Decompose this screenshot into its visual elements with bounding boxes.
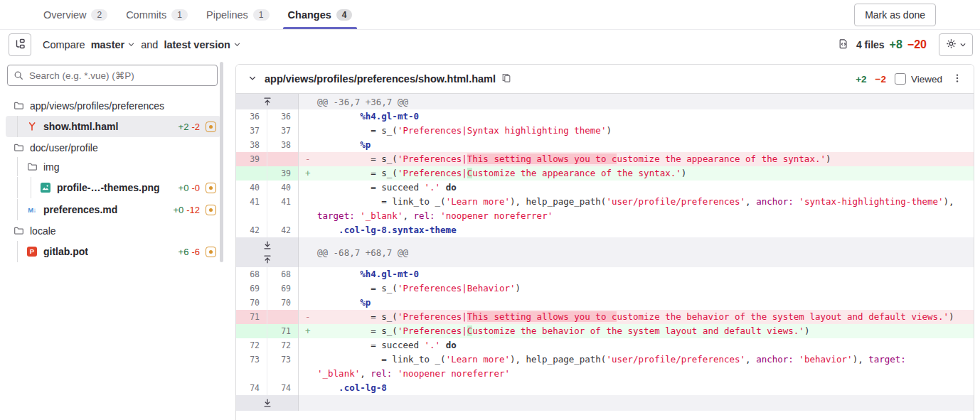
- folder-open-icon: [13, 225, 24, 236]
- new-line-number[interactable]: 68: [267, 267, 299, 281]
- tree-file-show-html-haml[interactable]: show.html.haml+2-2: [6, 116, 220, 137]
- old-line-number[interactable]: 68: [236, 267, 267, 281]
- total-deletions: −20: [907, 38, 927, 51]
- old-line-number[interactable]: 42: [236, 223, 267, 237]
- new-line-number[interactable]: 72: [267, 338, 299, 352]
- file-tree: app/views/profiles/preferencesshow.html.…: [6, 96, 220, 262]
- tree-file-gitlab-pot[interactable]: Pgitlab.pot+6-6: [6, 241, 220, 262]
- sidebar-scrollbar[interactable]: [220, 62, 223, 262]
- diff-code-cell: %h4.gl-mt-0: [299, 267, 974, 281]
- diff-code-cell: %p: [299, 296, 974, 310]
- copy-path-button[interactable]: [501, 72, 511, 85]
- diff-line-del: 71- = s_('Preferences|This setting allow…: [236, 310, 974, 324]
- tab-count-badge: 1: [171, 9, 188, 21]
- old-line-number[interactable]: 72: [236, 338, 267, 352]
- tree-file-profile-themes-png[interactable]: profile-…-themes.png+0-0: [6, 177, 220, 198]
- new-line-number[interactable]: 36: [267, 109, 299, 124]
- new-line-number[interactable]: 38: [267, 138, 299, 152]
- new-line-number[interactable]: 73: [267, 352, 299, 381]
- file-change-stats: +6-6: [179, 247, 200, 257]
- tree-item-label: locale: [30, 225, 56, 237]
- code-token: %h4.gl-mt-0: [360, 111, 419, 122]
- expand-up-button[interactable]: [236, 252, 298, 266]
- tree-folder-img[interactable]: img: [6, 157, 220, 176]
- diff-line-ctx: 4242 .col-lg-8.syntax-theme: [236, 223, 974, 237]
- old-line-number[interactable]: 36: [236, 109, 267, 124]
- collapse-diff-button[interactable]: [243, 70, 262, 88]
- code-token: ustomize the appearance of the syntax.': [617, 154, 826, 164]
- new-line-number[interactable]: 69: [267, 281, 299, 296]
- tab-changes[interactable]: Changes4: [279, 0, 362, 29]
- old-line-number[interactable]: 39: [236, 152, 267, 166]
- file-search-input[interactable]: [7, 65, 218, 86]
- code-token: 'syntax-highlighting-theme': [799, 196, 943, 207]
- new-line-number[interactable]: [267, 310, 299, 324]
- diff-file-panel: app/views/profiles/preferences/show.html…: [235, 64, 974, 420]
- new-line-number[interactable]: 74: [267, 381, 299, 395]
- new-line-number[interactable]: 40: [267, 181, 299, 195]
- haml-file-icon: [26, 122, 38, 131]
- tree-folder-locale[interactable]: locale: [6, 221, 220, 240]
- code-token: ,: [745, 196, 756, 207]
- diff-line-ctx: 6868 %h4.gl-mt-0: [236, 267, 974, 281]
- code-token: 'noopener noreferrer': [398, 368, 510, 379]
- copy-icon: [501, 72, 511, 85]
- expand-down-button[interactable]: [236, 238, 298, 252]
- diff-line-add: 39+ = s_('Preferences|Customize the appe…: [236, 166, 974, 181]
- tab-pipelines[interactable]: Pipelines1: [197, 0, 279, 29]
- badge-dot: [209, 250, 213, 254]
- old-line-number[interactable]: 73: [236, 352, 267, 381]
- folder-open-icon: [26, 161, 38, 172]
- code-token: = s_(: [317, 311, 398, 322]
- old-line-number[interactable]: 71: [236, 310, 267, 324]
- old-line-number[interactable]: 41: [236, 195, 267, 223]
- new-line-number[interactable]: [267, 152, 299, 166]
- new-line-number[interactable]: 37: [267, 124, 299, 138]
- old-line-number[interactable]: 74: [236, 381, 267, 395]
- code-token: [317, 225, 339, 235]
- old-line-number[interactable]: 40: [236, 181, 267, 195]
- new-line-number[interactable]: 41: [267, 195, 299, 223]
- folder-open-icon: [13, 142, 24, 153]
- diff-code-cell: = link_to _('Learn more'), help_page_pat…: [299, 195, 974, 223]
- new-line-number[interactable]: 42: [267, 223, 299, 237]
- diff-sign: -: [305, 152, 311, 166]
- diff-code-cell: = s_('Preferences|Behavior'): [299, 281, 974, 296]
- chevron-down-icon: [959, 40, 966, 50]
- code-token: [317, 269, 360, 279]
- diff-settings-button[interactable]: [939, 33, 973, 56]
- conjunction-label: and: [141, 39, 158, 50]
- tree-guide-line: [17, 157, 18, 176]
- old-line-number[interactable]: 38: [236, 138, 267, 152]
- expand-down-button[interactable]: [236, 396, 298, 410]
- target-version-dropdown[interactable]: latest version: [164, 39, 241, 50]
- viewed-control: Viewed: [895, 73, 942, 85]
- tab-commits[interactable]: Commits1: [117, 0, 197, 29]
- old-line-number[interactable]: [236, 166, 267, 181]
- tree-folder-doc-user-profile[interactable]: doc/user/profile: [6, 138, 220, 157]
- old-line-number[interactable]: 37: [236, 124, 267, 138]
- tab-overview[interactable]: Overview2: [34, 0, 117, 29]
- source-branch-dropdown[interactable]: master: [91, 39, 136, 50]
- tree-folder-app-views-profiles-preferences[interactable]: app/views/profiles/preferences: [6, 96, 220, 115]
- old-line-number[interactable]: 70: [236, 296, 267, 310]
- new-line-number[interactable]: 71: [267, 324, 299, 338]
- file-document-icon: [838, 38, 848, 52]
- tabs-nav: Overview2Commits1Pipelines1Changes4: [34, 0, 361, 29]
- file-tree-toggle-button[interactable]: [9, 33, 31, 56]
- diff-options-menu-button[interactable]: [951, 71, 964, 87]
- old-line-number[interactable]: 69: [236, 281, 267, 296]
- new-line-number[interactable]: 70: [267, 296, 299, 310]
- tree-file-preferences-md[interactable]: M↓preferences.md+0-12: [6, 199, 220, 220]
- code-token: This setting allows you to c: [467, 311, 617, 322]
- mark-as-done-button[interactable]: Mark as done: [854, 4, 936, 26]
- code-token: ): [606, 125, 612, 136]
- code-token: [317, 111, 360, 122]
- diff-code-cell: - = s_('Preferences|This setting allows …: [299, 152, 974, 166]
- old-line-number[interactable]: [236, 324, 267, 338]
- diff-line-ctx: 3838 %p: [236, 138, 974, 152]
- diff-line-ctx: 3636 %h4.gl-mt-0: [236, 109, 974, 124]
- viewed-checkbox[interactable]: [895, 73, 906, 85]
- expand-up-button[interactable]: [236, 95, 298, 109]
- new-line-number[interactable]: 39: [267, 166, 299, 181]
